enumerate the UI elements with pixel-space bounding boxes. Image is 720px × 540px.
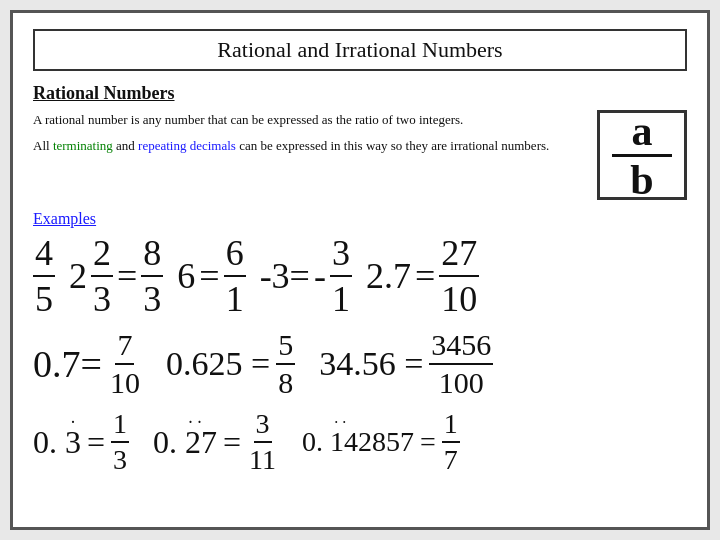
den-100: 100	[437, 365, 486, 400]
section-title: Rational Numbers	[33, 83, 687, 104]
frac-27-10: 27 10	[439, 232, 479, 320]
blue-word: repeating decimals	[138, 138, 236, 153]
den-1: 1	[224, 277, 246, 320]
num-2: 2	[91, 232, 113, 277]
green-word: terminating	[53, 138, 113, 153]
dot-3: · 3	[65, 424, 81, 461]
slide: Rational and Irrational Numbers Rational…	[10, 10, 710, 530]
repeating-0-142857: 0. · · 142857	[302, 426, 414, 458]
title-box: Rational and Irrational Numbers	[33, 29, 687, 71]
examples-label: Examples	[33, 210, 687, 228]
frac-3456-100: 3456 100	[429, 328, 493, 400]
frac-1-7: 1 7	[442, 408, 460, 476]
example-neg3: -3= - 3 1	[260, 232, 352, 320]
num-8: 8	[141, 232, 163, 277]
example-4-5: 4 5	[33, 232, 55, 320]
den-10: 10	[439, 277, 479, 320]
six-val: 6	[177, 255, 195, 297]
frac-7-10: 7 10	[108, 328, 142, 400]
fraction-ab-box: a b	[597, 110, 687, 200]
frac-neg3-1: 3 1	[330, 232, 352, 320]
content-area: A rational number is any number that can…	[33, 110, 687, 200]
val-34-56: 34.56 =	[319, 345, 423, 383]
den-11: 11	[247, 443, 278, 476]
den-8: 8	[276, 365, 295, 400]
definition-text: A rational number is any number that can…	[33, 110, 581, 130]
num-1a: 1	[111, 408, 129, 443]
eq-rep3: =	[420, 426, 436, 458]
equals-3: =	[415, 255, 435, 297]
val-0-625: 0.625 =	[166, 345, 270, 383]
examples-row2: 0.7= 7 10 0.625 = 5 8 34.56 = 3456 100	[33, 328, 687, 400]
ab-numerator: a	[612, 110, 672, 157]
repeating-0-27: 0. · · 27	[153, 424, 217, 461]
example-0-142857-rep: 0. · · 142857 = 1 7	[302, 408, 460, 476]
num-3a: 3	[254, 408, 272, 443]
eq-rep1: =	[87, 424, 105, 461]
whole-2: 2	[69, 255, 87, 297]
ab-denominator: b	[612, 157, 672, 201]
den-3: 3	[91, 277, 113, 320]
den-7: 7	[442, 443, 460, 476]
example-2-7: 2.7 = 27 10	[366, 232, 479, 320]
frac-3-11: 3 11	[247, 408, 278, 476]
num-4: 4	[33, 232, 55, 277]
example-0-625: 0.625 = 5 8	[166, 328, 295, 400]
val-0-7: 0.7=	[33, 342, 102, 386]
num-1b: 1	[442, 408, 460, 443]
equals-2: =	[199, 255, 219, 297]
frac-8-3: 8 3	[141, 232, 163, 320]
neg-sign: -	[314, 255, 326, 297]
den-3b: 3	[141, 277, 163, 320]
den-10b: 10	[108, 365, 142, 400]
num-27: 27	[439, 232, 479, 277]
dot-142857: · · 142857	[330, 426, 414, 458]
num-3: 3	[330, 232, 352, 277]
num-7: 7	[115, 328, 134, 365]
neg3-val: -3=	[260, 255, 310, 297]
dot-marker-3: ·	[71, 412, 76, 433]
example-0-27-rep: 0. · · 27 = 3 11	[153, 408, 278, 476]
equals-1: =	[117, 255, 137, 297]
den-1b: 1	[330, 277, 352, 320]
text-section: A rational number is any number that can…	[33, 110, 581, 155]
frac-5-8: 5 8	[276, 328, 295, 400]
example-34-56: 34.56 = 3456 100	[319, 328, 493, 400]
frac-1-3: 1 3	[111, 408, 129, 476]
dot-marker-142857: · ·	[334, 414, 346, 432]
val-2-7: 2.7	[366, 255, 411, 297]
dot-marker-2: · ·	[188, 412, 202, 433]
eq-rep2: =	[223, 424, 241, 461]
den-5: 5	[33, 277, 55, 320]
num-5: 5	[276, 328, 295, 365]
example-2-2-3: 2 2 3 = 8 3	[69, 232, 163, 320]
example-0-3-rep: 0. · 3 = 1 3	[33, 408, 129, 476]
example-6: 6 = 6 1	[177, 232, 245, 320]
repeating-0-3: 0. · 3	[33, 424, 81, 461]
frac-4-5: 4 5	[33, 232, 55, 320]
slide-title: Rational and Irrational Numbers	[217, 37, 502, 63]
definition-body: A rational number is any number that can…	[33, 112, 463, 127]
frac-6-1: 6 1	[224, 232, 246, 320]
examples-row1: 4 5 2 2 3 = 8 3 6 = 6 1	[33, 232, 687, 320]
den-3c: 3	[111, 443, 129, 476]
examples-row3: 0. · 3 = 1 3 0. · · 27 =	[33, 408, 687, 476]
frac-2-3: 2 3	[91, 232, 113, 320]
terminating-line: All terminating and repeating decimals c…	[33, 136, 581, 156]
num-3456: 3456	[429, 328, 493, 365]
num-6: 6	[224, 232, 246, 277]
example-0-7: 0.7= 7 10	[33, 328, 142, 400]
dot-2-rep: · · 27	[185, 424, 217, 461]
